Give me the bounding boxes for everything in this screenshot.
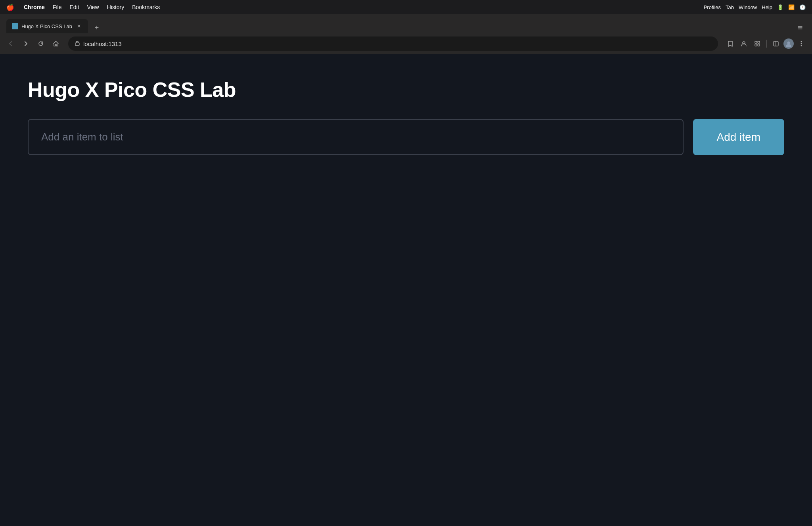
svg-rect-7	[774, 41, 778, 46]
tab-title: Hugo X Pico CSS Lab	[21, 23, 72, 29]
svg-rect-4	[758, 41, 760, 43]
back-button[interactable]	[5, 38, 17, 50]
user-avatar[interactable]	[783, 38, 794, 49]
new-tab-button[interactable]: +	[91, 22, 102, 33]
more-options-button[interactable]	[795, 38, 807, 50]
profile-button[interactable]	[738, 38, 750, 50]
browser-chrome: Hugo X Pico CSS Lab ✕ +	[0, 14, 812, 54]
menu-view[interactable]: View	[87, 4, 99, 10]
menu-edit[interactable]: Edit	[69, 4, 79, 10]
tab-close-button[interactable]: ✕	[75, 23, 82, 30]
svg-point-11	[801, 45, 802, 46]
address-bar: localhost:1313	[0, 33, 812, 54]
menu-chrome[interactable]: Chrome	[24, 4, 45, 10]
tab-bar: Hugo X Pico CSS Lab ✕ +	[0, 17, 812, 33]
address-url[interactable]: localhost:1313	[83, 40, 712, 47]
forward-button[interactable]	[20, 38, 32, 50]
extension-button[interactable]	[751, 38, 763, 50]
reload-button[interactable]	[35, 38, 47, 50]
toolbar-divider	[766, 40, 767, 48]
battery-icon: 🔋	[777, 4, 783, 10]
bookmark-button[interactable]	[724, 38, 736, 50]
menu-tab[interactable]: Tab	[726, 4, 734, 10]
item-input[interactable]	[28, 119, 684, 155]
lock-icon	[75, 40, 80, 47]
page-title: Hugo X Pico CSS Lab	[28, 78, 784, 102]
active-tab[interactable]: Hugo X Pico CSS Lab ✕	[6, 19, 88, 33]
svg-rect-1	[75, 43, 79, 46]
svg-point-9	[801, 41, 802, 42]
tab-favicon	[12, 23, 18, 29]
tab-list-button[interactable]	[795, 22, 806, 33]
toolbar-right	[724, 38, 807, 50]
apple-menu-icon[interactable]: 🍎	[6, 4, 14, 11]
svg-point-10	[801, 43, 802, 44]
svg-rect-6	[758, 44, 760, 46]
address-input-wrap[interactable]: localhost:1313	[68, 36, 718, 51]
menu-help[interactable]: Help	[762, 4, 772, 10]
svg-point-0	[13, 24, 17, 29]
menu-bookmarks[interactable]: Bookmarks	[132, 4, 160, 10]
menu-history[interactable]: History	[107, 4, 124, 10]
menu-window[interactable]: Window	[739, 4, 757, 10]
browser-content: Hugo X Pico CSS Lab Add item	[0, 54, 812, 526]
wifi-icon: 📶	[788, 4, 795, 10]
svg-rect-5	[755, 44, 757, 46]
clock-icon: 🕐	[799, 4, 806, 10]
menu-profiles[interactable]: Profiles	[704, 4, 721, 10]
macos-menu-bar: 🍎 Chrome File Edit View History Bookmark…	[0, 0, 812, 14]
svg-rect-3	[755, 41, 757, 43]
add-item-button[interactable]: Add item	[693, 119, 785, 155]
svg-point-8	[787, 42, 790, 44]
menu-file[interactable]: File	[53, 4, 62, 10]
form-row: Add item	[28, 119, 784, 155]
home-button[interactable]	[50, 38, 62, 50]
menu-bar-right-icons: Profiles Tab Window Help 🔋 📶 🕐	[704, 4, 806, 10]
sidebar-button[interactable]	[770, 38, 782, 50]
